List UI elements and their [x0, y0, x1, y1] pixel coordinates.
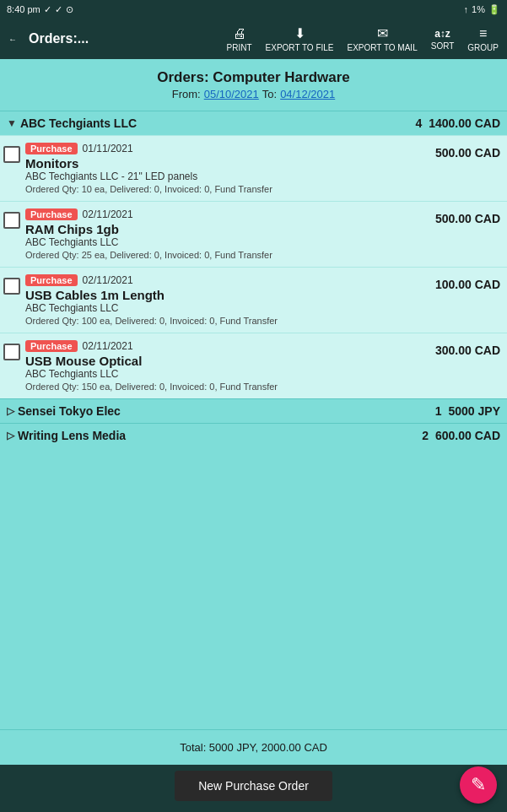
chevron-down-icon-abc: ▼: [7, 117, 17, 129]
to-date[interactable]: 04/12/2021: [280, 88, 335, 100]
order-details-usb-cables: Ordered Qty: 100 ea, Delivered: 0, Invoi…: [25, 316, 435, 326]
total-text: Total: 5000 JPY, 2000.00 CAD: [180, 741, 327, 754]
battery-level: 1%: [472, 4, 485, 14]
order-item-ram[interactable]: Purchase 02/11/2021 RAM Chips 1gb ABC Te…: [0, 201, 507, 267]
order-item-usb-mouse[interactable]: Purchase 02/11/2021 USB Mouse Optical AB…: [0, 333, 507, 398]
export-file-label: EXPORT TO FILE: [266, 43, 334, 52]
order-item-monitors[interactable]: Purchase 01/11/2021 Monitors ABC Techgia…: [0, 135, 507, 201]
order-checkbox-usb-cables[interactable]: [3, 278, 20, 295]
order-vendor-usb-cables: ABC Techgiants LLC: [25, 302, 435, 314]
order-name-ram: RAM Chips 1gb: [25, 222, 435, 236]
order-amount-usb-cables: 100.00 CAD: [435, 274, 500, 291]
group-count-sensei: 1: [435, 404, 442, 418]
order-header-usb-cables: Purchase 02/11/2021: [25, 274, 435, 286]
group-name-abc: ▼ ABC Techgiants LLC: [7, 116, 415, 130]
order-vendor-monitors: ABC Techgiants LLC - 21" LED panels: [25, 171, 435, 182]
wifi-icon: ⊙: [66, 4, 73, 15]
content-area: Orders: Computer Hardware From: 05/10/20…: [0, 59, 507, 729]
order-content-monitors: Purchase 01/11/2021 Monitors ABC Techgia…: [25, 143, 435, 194]
export-file-icon: ⬇: [294, 25, 305, 41]
page-title-container: Orders: Computer Hardware From: 05/10/20…: [0, 59, 507, 111]
order-checkbox-ram[interactable]: [3, 212, 20, 229]
chevron-right-icon-writing: ▷: [7, 430, 14, 441]
order-name-monitors: Monitors: [25, 156, 435, 171]
order-content-usb-mouse: Purchase 02/11/2021 USB Mouse Optical AB…: [25, 340, 435, 392]
group-header-sensei[interactable]: ▷ Sensei Tokyo Elec 1 5000 JPY: [0, 398, 507, 423]
order-date-usb-mouse: 02/11/2021: [83, 340, 133, 352]
check-icon1: ✓: [44, 4, 51, 15]
app-bar-title: Orders:...: [25, 31, 218, 46]
group-amount-abc: 1400.00 CAD: [429, 116, 500, 130]
group-amount-sensei: 5000 JPY: [449, 404, 501, 418]
print-button[interactable]: 🖨 PRINT: [222, 23, 257, 56]
order-header-usb-mouse: Purchase 02/11/2021: [25, 340, 435, 352]
status-bar-right: ↑ 1% 🔋: [464, 4, 500, 15]
to-label: To:: [262, 88, 277, 100]
group-name-sensei: ▷ Sensei Tokyo Elec: [7, 404, 435, 418]
order-item-usb-cables[interactable]: Purchase 02/11/2021 USB Cables 1m Length…: [0, 267, 507, 333]
purchase-badge-usb-cables: Purchase: [25, 274, 78, 286]
order-date-usb-cables: 02/11/2021: [83, 274, 133, 286]
order-amount-usb-mouse: 300.00 CAD: [435, 340, 500, 357]
order-amount-monitors: 500.00 CAD: [435, 143, 500, 160]
order-date-ram: 02/11/2021: [83, 208, 133, 220]
order-content-usb-cables: Purchase 02/11/2021 USB Cables 1m Length…: [25, 274, 435, 326]
app-bar: ← Orders:... 🖨 PRINT ⬇ EXPORT TO FILE ✉ …: [0, 19, 507, 59]
back-button[interactable]: ←: [3, 31, 22, 47]
order-vendor-usb-mouse: ABC Techgiants LLC: [25, 368, 435, 380]
purchase-badge-usb-mouse: Purchase: [25, 340, 78, 352]
export-mail-icon: ✉: [377, 25, 388, 41]
order-name-usb-cables: USB Cables 1m Length: [25, 288, 435, 302]
group-header-abc[interactable]: ▼ ABC Techgiants LLC 4 1400.00 CAD: [0, 111, 507, 135]
order-date-monitors: 01/11/2021: [83, 143, 133, 154]
purchase-badge-ram: Purchase: [25, 208, 78, 220]
group-count-writing: 2: [422, 429, 429, 442]
status-time: 8:40 pm: [7, 4, 40, 14]
order-header-ram: Purchase 02/11/2021: [25, 208, 435, 220]
export-file-button[interactable]: ⬇ EXPORT TO FILE: [261, 22, 339, 56]
sort-button[interactable]: a↕z SORT: [426, 24, 460, 54]
back-icon: ←: [8, 35, 17, 44]
status-bar: 8:40 pm ✓ ✓ ⊙ ↑ 1% 🔋: [0, 0, 507, 19]
group-header-writing[interactable]: ▷ Writing Lens Media 2 600.00 CAD: [0, 423, 507, 447]
from-label: From:: [172, 88, 201, 100]
page-title: Orders: Computer Hardware: [7, 69, 500, 86]
sort-label: SORT: [431, 41, 455, 51]
from-date[interactable]: 05/10/2021: [204, 88, 259, 100]
battery-icon: 🔋: [488, 4, 500, 15]
group-name-writing: ▷ Writing Lens Media: [7, 429, 422, 442]
new-purchase-button[interactable]: New Purchase Order: [175, 771, 332, 801]
group-count-abc: 4: [415, 116, 422, 130]
order-amount-ram: 500.00 CAD: [435, 208, 500, 225]
order-checkbox-usb-mouse[interactable]: [3, 344, 20, 360]
export-mail-button[interactable]: ✉ EXPORT TO MAIL: [342, 22, 423, 56]
bottom-action-bar: New Purchase Order ✎: [0, 765, 507, 807]
pencil-icon: ✎: [471, 774, 486, 796]
order-details-ram: Ordered Qty: 25 ea, Delivered: 0, Invoic…: [25, 250, 435, 260]
order-details-usb-mouse: Ordered Qty: 150 ea, Delivered: 0, Invoi…: [25, 382, 435, 392]
order-name-usb-mouse: USB Mouse Optical: [25, 354, 435, 368]
group-amount-writing: 600.00 CAD: [435, 429, 500, 442]
date-range: From: 05/10/2021 To: 04/12/2021: [7, 86, 500, 107]
group-icon: ≡: [479, 26, 487, 41]
status-bar-left: 8:40 pm ✓ ✓ ⊙: [7, 4, 73, 15]
group-button[interactable]: ≡ GROUP: [462, 23, 504, 56]
arrow-icon: ↑: [464, 4, 469, 14]
sort-icon: a↕z: [434, 28, 450, 40]
check-icon2: ✓: [55, 4, 62, 15]
order-details-monitors: Ordered Qty: 10 ea, Delivered: 0, Invoic…: [25, 184, 435, 194]
order-content-ram: Purchase 02/11/2021 RAM Chips 1gb ABC Te…: [25, 208, 435, 260]
print-label: PRINT: [227, 43, 252, 52]
nav-bar: ◀ ● ■: [0, 807, 507, 812]
group-label: GROUP: [467, 43, 499, 52]
purchase-badge-monitors: Purchase: [25, 143, 78, 154]
total-bar: Total: 5000 JPY, 2000.00 CAD: [0, 729, 507, 765]
export-mail-label: EXPORT TO MAIL: [348, 43, 418, 52]
order-header-monitors: Purchase 01/11/2021: [25, 143, 435, 154]
order-vendor-ram: ABC Techgiants LLC: [25, 236, 435, 248]
fab-edit-button[interactable]: ✎: [460, 766, 497, 804]
chevron-right-icon-sensei: ▷: [7, 405, 14, 417]
order-checkbox-monitors[interactable]: [3, 146, 20, 163]
print-icon: 🖨: [233, 26, 246, 41]
